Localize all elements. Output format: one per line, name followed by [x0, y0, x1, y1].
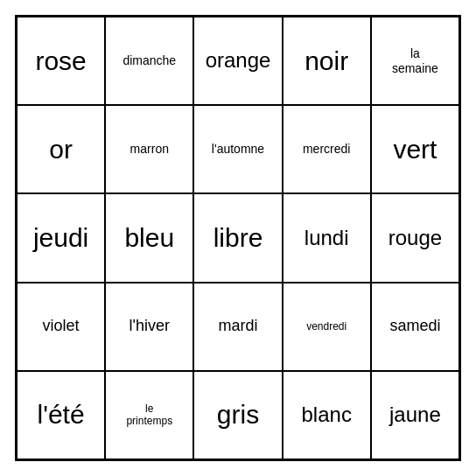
bingo-cell-21: leprintemps [105, 371, 193, 459]
bingo-cell-23: blanc [283, 371, 371, 459]
bingo-cell-12: libre [193, 193, 282, 282]
bingo-cell-4: lasemaine [371, 17, 459, 105]
bingo-cell-20: l'été [17, 371, 105, 459]
bingo-cell-5: or [17, 105, 105, 193]
bingo-cell-7: l'automne [193, 105, 282, 193]
bingo-cell-6: marron [105, 105, 193, 193]
bingo-cell-9: vert [371, 105, 459, 193]
bingo-cell-18: vendredi [283, 283, 371, 371]
bingo-cell-17: mardi [193, 283, 282, 371]
bingo-cell-22: gris [193, 371, 282, 459]
bingo-cell-14: rouge [371, 193, 459, 282]
bingo-cell-19: samedi [371, 283, 459, 371]
bingo-cell-11: bleu [105, 193, 193, 282]
bingo-cell-3: noir [283, 17, 371, 105]
bingo-grid: rosedimancheorangenoirlasemaineormarronl… [15, 15, 461, 461]
bingo-cell-13: lundi [283, 193, 371, 282]
bingo-cell-0: rose [17, 17, 105, 105]
bingo-cell-10: jeudi [17, 193, 105, 282]
bingo-cell-1: dimanche [105, 17, 193, 105]
bingo-cell-8: mercredi [283, 105, 371, 193]
bingo-cell-16: l'hiver [105, 283, 193, 371]
bingo-cell-2: orange [193, 17, 282, 105]
bingo-cell-24: jaune [371, 371, 459, 459]
bingo-cell-15: violet [17, 283, 105, 371]
